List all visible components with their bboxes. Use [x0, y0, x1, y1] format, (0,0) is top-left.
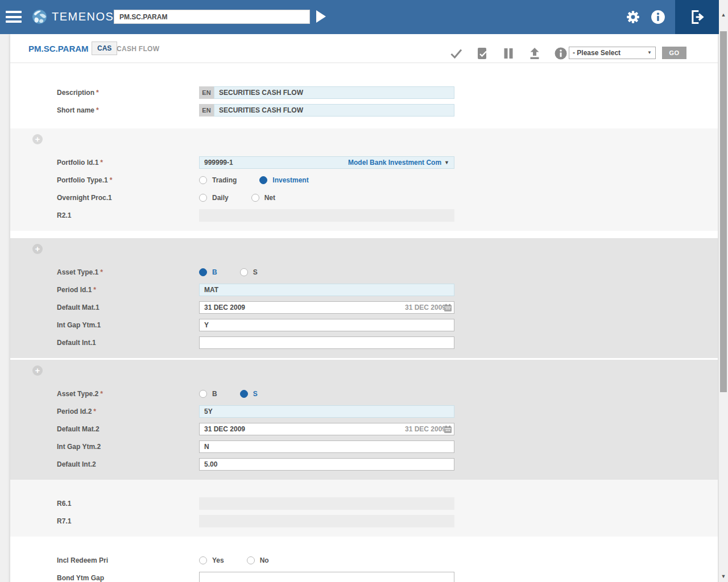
- radio-option[interactable]: No: [247, 556, 269, 564]
- action-select-value: - Please Select: [573, 49, 621, 57]
- text-field[interactable]: 5Y: [199, 405, 454, 418]
- dropdown-arrow-icon[interactable]: ▼: [444, 160, 449, 165]
- scroll-up-icon[interactable]: ▲: [719, 10, 728, 19]
- run-command-icon[interactable]: [316, 10, 326, 23]
- radio-option[interactable]: B: [199, 390, 217, 398]
- text-field[interactable]: MAT: [199, 284, 454, 296]
- form-row: Short name*ENSECURITIES CASH FLOW: [10, 101, 718, 119]
- radio-option[interactable]: Investment: [259, 176, 308, 184]
- field-label: Description*: [57, 89, 199, 97]
- expand-plus-icon[interactable]: +: [32, 244, 43, 254]
- lookup-field[interactable]: 999999-1Model Bank Investment Com▼: [199, 156, 454, 169]
- field-label: R2.1: [57, 211, 199, 219]
- sign-out-button[interactable]: [675, 0, 719, 34]
- text-field[interactable]: SECURITIES CASH FLOW: [214, 104, 454, 117]
- form-section: R6.1R7.1: [10, 480, 718, 537]
- radio-option[interactable]: Trading: [199, 176, 237, 184]
- record-subtitle: CASH FLOW: [117, 45, 159, 53]
- radio-unselected-icon[interactable]: [199, 390, 207, 398]
- form-row: Portfolio Id.1*999999-1Model Bank Invest…: [10, 153, 718, 171]
- menu-icon[interactable]: [6, 11, 22, 23]
- field-control: TradingInvestment: [199, 176, 454, 184]
- upload-icon[interactable]: [528, 47, 541, 60]
- vertical-scrollbar[interactable]: ▲ ▼: [719, 0, 728, 582]
- scroll-down-icon[interactable]: ▼: [719, 572, 728, 581]
- radio-option[interactable]: Net: [251, 194, 275, 202]
- text-field[interactable]: 5.00: [199, 458, 454, 471]
- radio-selected-icon[interactable]: [240, 390, 248, 398]
- expand-plus-icon[interactable]: +: [32, 134, 43, 144]
- form-row: Description*ENSECURITIES CASH FLOW: [10, 84, 718, 101]
- required-asterisk: *: [100, 390, 103, 398]
- record-info-icon[interactable]: [554, 47, 568, 60]
- field-label: Int Gap Ytm.1: [57, 321, 199, 329]
- field-control: 31 DEC 200931 DEC 2009: [199, 301, 454, 314]
- expand-plus-icon[interactable]: +: [32, 365, 43, 376]
- radio-unselected-icon[interactable]: [199, 176, 207, 184]
- hold-pause-icon[interactable]: [502, 47, 515, 60]
- action-select[interactable]: - Please Select ▼: [569, 47, 656, 59]
- validate-document-icon[interactable]: [475, 47, 489, 60]
- field-control: DailyNet: [199, 194, 454, 202]
- calendar-icon[interactable]: [444, 425, 452, 434]
- field-control: BS: [199, 268, 454, 276]
- field-control: 5.00: [199, 458, 454, 471]
- field-label: R6.1: [57, 500, 199, 508]
- required-asterisk: *: [96, 89, 99, 97]
- disabled-field: [199, 515, 454, 527]
- radio-selected-icon[interactable]: [259, 176, 267, 184]
- section-expander: +: [32, 244, 718, 256]
- field-label: Asset Type.2*: [57, 390, 199, 398]
- radio-selected-icon[interactable]: [199, 268, 207, 276]
- radio-option[interactable]: S: [240, 268, 258, 276]
- record-header: PM.SC.PARAM CAS CASH FLOW - Please Selec…: [10, 34, 718, 63]
- chevron-down-icon: ▼: [647, 47, 652, 59]
- scrollbar-thumb[interactable]: [720, 31, 727, 392]
- field-label: Overnight Proc.1: [57, 194, 199, 202]
- radio-unselected-icon[interactable]: [240, 268, 248, 276]
- form-row: R6.1: [10, 494, 718, 512]
- disabled-field: [199, 497, 454, 510]
- form-row: Int Gap Ytm.1Y: [10, 316, 718, 334]
- field-label: Portfolio Id.1*: [57, 159, 199, 167]
- radio-option[interactable]: Yes: [199, 556, 224, 564]
- form-row: Default Int.1: [10, 334, 718, 351]
- required-asterisk: *: [93, 286, 96, 294]
- field-control: ENSECURITIES CASH FLOW: [199, 104, 454, 117]
- field-control: 999999-1Model Bank Investment Com▼: [199, 156, 454, 169]
- radio-option[interactable]: B: [199, 268, 217, 276]
- command-input[interactable]: [114, 10, 309, 23]
- radio-unselected-icon[interactable]: [199, 194, 207, 202]
- date-field[interactable]: 31 DEC 200931 DEC 2009: [199, 423, 454, 435]
- calendar-icon[interactable]: [444, 304, 452, 312]
- radio-option[interactable]: S: [240, 390, 258, 398]
- radio-option[interactable]: Daily: [199, 194, 229, 202]
- date-field[interactable]: 31 DEC 200931 DEC 2009: [199, 301, 454, 314]
- gear-icon[interactable]: [626, 10, 640, 24]
- radio-unselected-icon[interactable]: [199, 556, 207, 564]
- page-title: PM.SC.PARAM: [28, 44, 89, 53]
- radio-label: B: [212, 390, 217, 398]
- language-prefix: EN: [199, 86, 214, 99]
- required-asterisk: *: [100, 159, 103, 167]
- date-ghost-value: 31 DEC 2009: [405, 425, 449, 433]
- info-icon[interactable]: [651, 10, 665, 24]
- radio-unselected-icon[interactable]: [247, 556, 255, 564]
- text-field[interactable]: Y: [199, 319, 454, 331]
- text-field[interactable]: [199, 336, 454, 349]
- field-control: BS: [199, 390, 454, 398]
- commit-check-icon[interactable]: [449, 47, 463, 60]
- field-label: Short name*: [57, 106, 199, 114]
- radio-unselected-icon[interactable]: [251, 194, 259, 202]
- form-row: Incl Redeem PriYesNo: [10, 551, 718, 569]
- field-control: [199, 572, 454, 582]
- field-label: Int Gap Ytm.2: [57, 443, 199, 451]
- text-field[interactable]: N: [199, 440, 454, 453]
- text-field[interactable]: [199, 572, 454, 582]
- go-button[interactable]: GO: [662, 47, 686, 59]
- form-row: Default Mat.231 DEC 200931 DEC 2009: [10, 420, 718, 438]
- language-prefix: EN: [199, 104, 214, 117]
- form-row: Period Id.2*5Y: [10, 402, 718, 420]
- text-field[interactable]: SECURITIES CASH FLOW: [214, 86, 454, 99]
- required-asterisk: *: [100, 268, 103, 276]
